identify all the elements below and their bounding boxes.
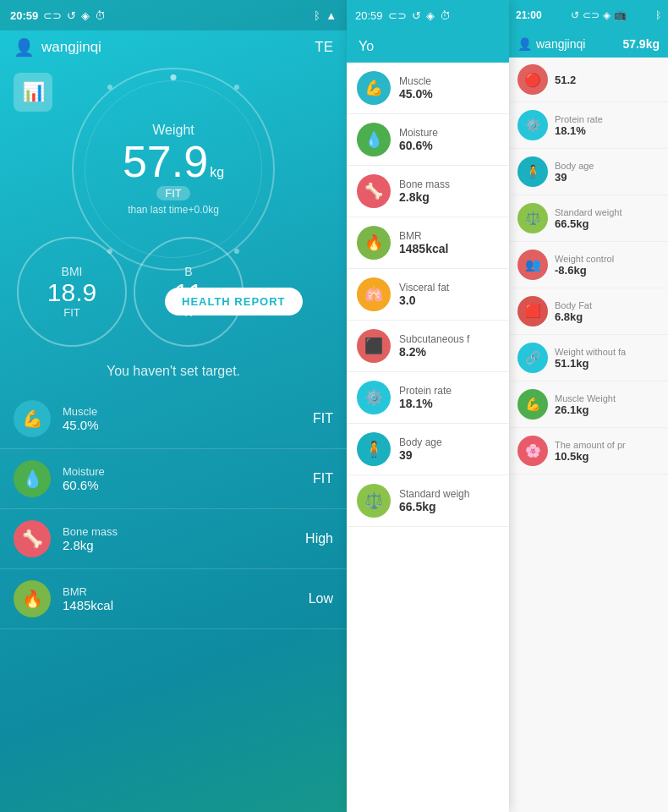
bmr-status: Low — [291, 591, 333, 606]
mid-subcut-val: 8.2% — [399, 345, 469, 359]
mid-muscle-val: 45.0% — [399, 87, 433, 101]
mid-bone-val: 2.8kg — [399, 190, 450, 204]
bone-name: Bone mass — [63, 525, 279, 538]
r-protein-icon: ⚙️ — [517, 110, 548, 140]
r-stdweight-name: Standard weight — [555, 207, 622, 217]
bmr-icon: 🔥 — [14, 580, 51, 617]
moisture-icon: 💧 — [14, 460, 51, 497]
chart-icon-button[interactable]: 📊 — [14, 73, 52, 112]
r-protein-name: Protein rate — [555, 114, 603, 124]
signal-icon: ▲ — [326, 9, 337, 22]
mid-muscle-name: Muscle — [399, 75, 433, 87]
r-bodyfat-val: 6.8kg — [555, 310, 592, 323]
msg-icon: ⊂⊃ — [43, 9, 62, 22]
left-metrics-list: 💪 Muscle 45.0% FIT 💧 Moisture 60.6% FIT … — [0, 389, 347, 629]
list-item: 🔥 BMR 1485kcal — [347, 217, 509, 269]
r-weightfatfree-name: Weight without fa — [555, 347, 626, 357]
right-top-icon: 🔴 — [517, 64, 548, 95]
list-item: ⚙️ Protein rate 18.1% — [347, 372, 509, 424]
r-weightctrl-name: Weight control — [555, 254, 614, 264]
list-item: 🟥 Body Fat 6.8kg — [509, 288, 668, 335]
r-bodyfat-icon: 🟥 — [517, 296, 548, 326]
bmi-sub: FIT — [63, 306, 80, 319]
muscle-status: FIT — [291, 411, 333, 426]
r-amountpr-val: 10.5kg — [555, 450, 626, 463]
header-right-label: TE — [315, 39, 333, 56]
r-muscleweight-val: 26.1kg — [555, 403, 616, 416]
loop-icon: ↺ — [67, 9, 76, 22]
r-weightctrl-icon: 👥 — [517, 250, 548, 280]
list-item: 💪 Muscle 45.0% — [347, 63, 509, 114]
mid-bmr-icon: 🔥 — [357, 226, 391, 260]
mid-muscle-icon: 💪 — [357, 71, 391, 105]
list-item: 🔗 Weight without fa 51.1kg — [509, 335, 668, 381]
muscle-value: 45.0% — [63, 418, 279, 432]
bt-icon: ᛒ — [314, 9, 320, 22]
mid-subcut-icon: ⬛ — [357, 329, 391, 363]
bmi-label: BMI — [62, 265, 83, 278]
mid-bodyage-icon: 🧍 — [357, 432, 391, 466]
status-bar-left: 20:59 ⊂⊃ ↺ ◈ ⏱ ᛒ ▲ — [0, 0, 347, 30]
health-report-btn-text[interactable]: HEALTH REPORT — [165, 288, 303, 315]
middle-metrics-list: 💪 Muscle 45.0% 💧 Moisture 60.6% 🦴 Bone m… — [347, 63, 509, 527]
bar-chart-icon: 📊 — [22, 81, 45, 103]
weight-label: Weight — [152, 123, 194, 138]
list-item: 🫁 Visceral fat 3.0 — [347, 269, 509, 321]
r-muscleweight-name: Muscle Weight — [555, 393, 616, 403]
list-item: ⚖️ Standard weight 66.5kg — [509, 195, 668, 242]
bmi-value: 18.9 — [47, 278, 96, 306]
time-left: 20:59 — [10, 9, 38, 22]
bmr-value: 1485kcal — [63, 598, 279, 612]
list-item: 🧍 Body age 39 — [347, 424, 509, 475]
username-left: wangjinqi — [41, 39, 101, 56]
mid-bodyage-name: Body age — [399, 436, 442, 448]
list-item: 💪 Muscle 45.0% FIT — [0, 389, 347, 449]
mid-bmr-val: 1485kcal — [399, 242, 448, 255]
mid-protein-icon: ⚙️ — [357, 381, 391, 414]
r-muscleweight-icon: 💪 — [517, 389, 548, 420]
moisture-status: FIT — [291, 471, 333, 486]
mid-visceral-val: 3.0 — [399, 294, 449, 307]
mid-visceral-name: Visceral fat — [399, 282, 449, 294]
r-protein-val: 18.1% — [555, 124, 603, 137]
health-report-button[interactable]: HEALTH REPORT — [165, 288, 303, 315]
moisture-value: 60.6% — [63, 478, 279, 492]
bmi-circle: BMI 18.9 FIT — [17, 237, 127, 347]
list-item: 🦴 Bone mass 2.8kg — [347, 166, 509, 217]
r-weightfatfree-val: 51.1kg — [555, 357, 626, 370]
right-header: 👤 wangjinqi 57.9kg — [509, 30, 668, 58]
right-time: 21:00 — [516, 9, 542, 21]
list-item: 💪 Muscle Weight 26.1kg — [509, 381, 668, 428]
list-item: 🦴 Bone mass 2.8kg High — [0, 509, 347, 569]
r-amountpr-name: The amount of pr — [555, 440, 626, 450]
mid-visceral-icon: 🫁 — [357, 277, 391, 311]
right-top-value-row: 🔴 51.2 — [509, 58, 668, 102]
mid-bone-icon: 🦴 — [357, 174, 391, 208]
mid-stdweight-val: 66.5kg — [399, 500, 469, 513]
right-username: wangjinqi — [536, 37, 585, 51]
mid-subcut-name: Subcutaneous f — [399, 333, 469, 345]
right-header-weight: 57.9kg — [622, 37, 660, 51]
no-target-text: You haven't set target. — [0, 364, 347, 379]
right-panel: 21:00 ↺ ⊂⊃ ◈ 📺 ᛒ 👤 wangjinqi 57.9kg 🔴 51… — [509, 0, 668, 812]
mid-moisture-icon: 💧 — [357, 123, 391, 156]
bone-icon: 🦴 — [14, 520, 51, 557]
list-item: 🔥 BMR 1485kcal Low — [0, 569, 347, 629]
middle-header: Yo — [347, 30, 509, 63]
right-status-bar: 21:00 ↺ ⊂⊃ ◈ 📺 ᛒ — [509, 0, 668, 30]
mid-stdweight-icon: ⚖️ — [357, 484, 391, 518]
list-item: ⚙️ Protein rate 18.1% — [509, 102, 668, 149]
bone-status: High — [291, 531, 333, 546]
mid-stdweight-name: Standard weigh — [399, 488, 469, 500]
middle-panel: 20:59 ⊂⊃ ↺ ◈ ⏱ Yo 💪 Muscle 45.0% 💧 Moist… — [347, 0, 509, 812]
mid-bmr-name: BMR — [399, 230, 448, 242]
bodyfat-label: B — [184, 265, 192, 278]
moisture-name: Moisture — [63, 465, 279, 478]
list-item: ⬛ Subcutaneous f 8.2% — [347, 321, 509, 372]
r-weightctrl-val: -8.6kg — [555, 264, 614, 277]
mid-moisture-name: Moisture — [399, 127, 438, 139]
list-item: 💧 Moisture 60.6% FIT — [0, 449, 347, 509]
right-top-val: 51.2 — [555, 74, 576, 86]
r-stdweight-icon: ⚖️ — [517, 203, 548, 233]
middle-time: 20:59 — [355, 9, 383, 22]
